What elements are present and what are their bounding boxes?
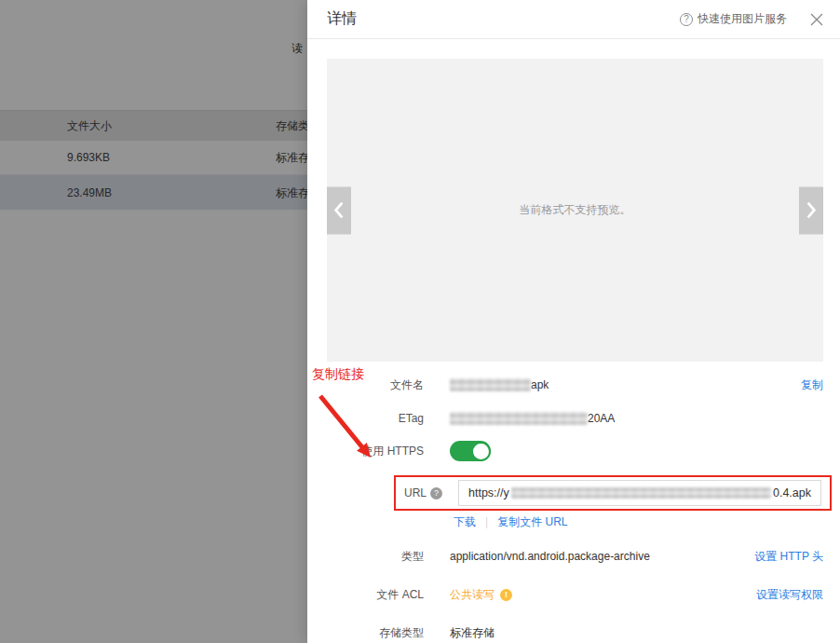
quick-image-service-link[interactable]: ? 快速使用图片服务 <box>680 11 787 27</box>
preview-unsupported-message: 当前格式不支持预览。 <box>520 202 631 218</box>
etag-value: 20AA <box>450 412 615 425</box>
url-value-suffix: 0.4.apk <box>773 486 811 499</box>
panel-header: 详情 ? 快速使用图片服务 <box>307 0 840 39</box>
url-label: URL ? <box>404 486 449 499</box>
file-acl-label: 文件 ACL <box>307 587 424 603</box>
header-actions: ? 快速使用图片服务 <box>680 11 824 27</box>
toggle-knob <box>471 442 491 461</box>
filename-value: apk <box>450 378 549 391</box>
https-row: 使用 HTTPS <box>307 439 823 463</box>
etag-label: ETag <box>307 412 424 425</box>
type-row: 类型 application/vnd.android.package-archi… <box>307 546 823 567</box>
acl-value: 公共读写 <box>450 587 495 603</box>
storage-class-row: 存储类型 标准存储 <box>307 622 823 643</box>
copy-filename-button[interactable]: 复制 <box>801 377 823 393</box>
url-label-text: URL <box>404 486 427 499</box>
filename-row: 文件名 apk 复制 <box>307 375 823 395</box>
background-page: 读 文件大小 存储类 9.693KB 标准存 23.49MB 标准存 <box>0 0 309 643</box>
etag-redaction-blur <box>450 412 588 425</box>
acl-warning-icon: ! <box>500 589 512 601</box>
page-title: 详情 <box>327 9 357 29</box>
etag-row: ETag 20AA <box>307 408 823 429</box>
type-value: application/vnd.android.package-archive <box>450 550 650 563</box>
use-https-label: 使用 HTTPS <box>307 444 424 459</box>
type-label: 类型 <box>307 549 424 565</box>
url-value-prefix: https://y <box>468 486 509 499</box>
url-highlight-box: URL ? https://y 0.4.apk <box>394 475 832 511</box>
url-help-icon: ? <box>430 487 442 499</box>
copy-file-url-link[interactable]: 复制文件 URL <box>497 514 567 530</box>
help-circle-icon: ? <box>680 13 693 26</box>
close-icon[interactable] <box>809 12 824 27</box>
storage-class-label: 存储类型 <box>307 625 424 641</box>
modal-dim-overlay <box>0 0 309 643</box>
acl-row: 文件 ACL 公共读写 ! 设置读写权限 <box>307 584 823 605</box>
url-input[interactable]: https://y 0.4.apk <box>458 480 821 506</box>
url-redaction-blur <box>511 487 771 499</box>
actions-divider: | <box>485 515 488 528</box>
previous-file-button[interactable] <box>327 186 351 234</box>
https-toggle[interactable] <box>450 441 491 461</box>
screen: 读 文件大小 存储类 9.693KB 标准存 23.49MB 标准存 详情 ? <box>0 0 840 643</box>
url-actions-row: 下载 | 复制文件 URL <box>454 513 567 530</box>
quick-image-service-label: 快速使用图片服务 <box>698 11 787 27</box>
set-http-header-link[interactable]: 设置 HTTP 头 <box>754 549 823 565</box>
etag-visible-suffix: 20AA <box>588 412 615 425</box>
filename-redaction-blur <box>450 378 531 391</box>
filename-visible-suffix: apk <box>531 378 549 391</box>
storage-class-value: 标准存储 <box>450 625 495 641</box>
next-file-button[interactable] <box>799 186 823 234</box>
set-acl-permissions-link[interactable]: 设置读写权限 <box>756 587 823 603</box>
details-panel: 详情 ? 快速使用图片服务 当前格式不支持预览。 复制链接 <box>307 0 840 643</box>
download-link[interactable]: 下载 <box>454 514 476 530</box>
file-preview-area: 当前格式不支持预览。 <box>327 59 823 362</box>
copy-link-annotation: 复制链接 <box>312 366 364 383</box>
